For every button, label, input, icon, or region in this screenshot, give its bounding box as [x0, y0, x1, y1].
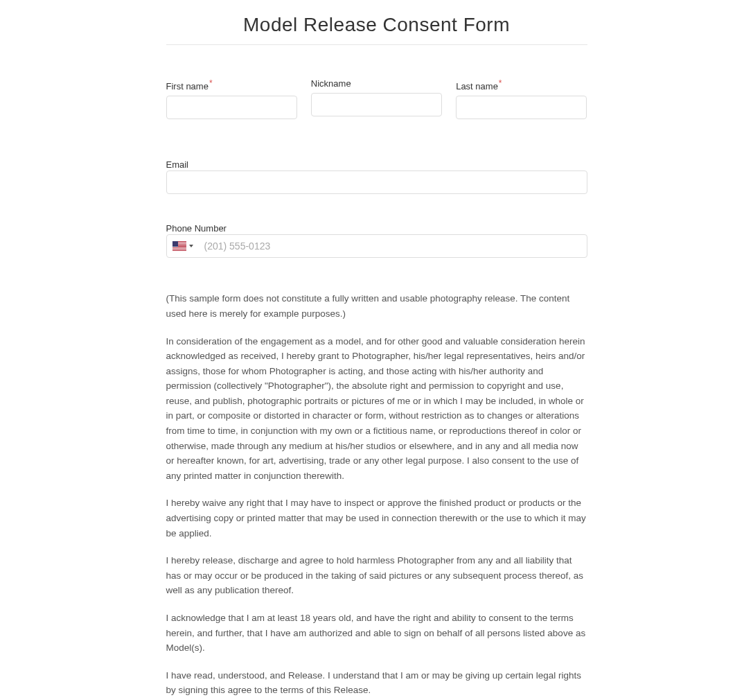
required-marker: * [209, 78, 213, 88]
last-name-input[interactable] [456, 96, 587, 119]
first-name-label: First name* [166, 78, 297, 91]
email-section: Email [166, 158, 587, 194]
page-title: Model Release Consent Form [166, 14, 587, 45]
phone-input-wrapper [166, 234, 587, 258]
paragraph-5: I acknowledge that I am at least 18 year… [166, 611, 587, 656]
email-input[interactable] [166, 170, 587, 194]
email-label: Email [166, 159, 189, 170]
paragraph-4: I hereby release, discharge and agree to… [166, 553, 587, 598]
last-name-label-text: Last name [456, 81, 498, 91]
name-row: First name* Nickname Last name* [166, 78, 587, 119]
phone-section: Phone Number [166, 222, 587, 258]
name-section: First name* Nickname Last name* [166, 78, 587, 119]
us-flag-icon [172, 241, 186, 251]
paragraph-1: (This sample form does not constitute a … [166, 291, 587, 321]
last-name-label: Last name* [456, 78, 587, 91]
first-name-label-text: First name [166, 81, 209, 91]
release-text: (This sample form does not constitute a … [166, 291, 587, 698]
nickname-group: Nickname [311, 78, 442, 119]
paragraph-3: I hereby waive any right that I may have… [166, 496, 587, 541]
first-name-group: First name* [166, 78, 297, 119]
first-name-input[interactable] [166, 96, 297, 119]
paragraph-2: In consideration of the engagement as a … [166, 334, 587, 484]
paragraph-6: I have read, understood, and Release. I … [166, 668, 587, 698]
form-container: Model Release Consent Form First name* N… [155, 0, 599, 700]
country-flag-selector[interactable] [167, 241, 199, 251]
phone-input[interactable] [199, 235, 587, 257]
required-marker: * [499, 78, 502, 88]
nickname-label: Nickname [311, 78, 442, 89]
nickname-input[interactable] [311, 93, 442, 116]
phone-label: Phone Number [166, 223, 227, 234]
chevron-down-icon [189, 245, 193, 247]
last-name-group: Last name* [456, 78, 587, 119]
